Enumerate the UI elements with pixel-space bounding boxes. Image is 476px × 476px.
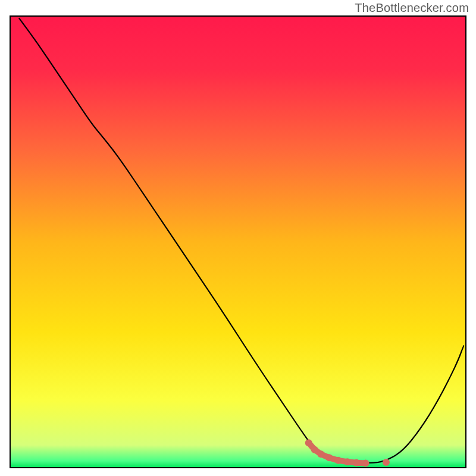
marker-dot bbox=[317, 450, 324, 458]
marker-dot bbox=[311, 446, 318, 453]
marker-dot bbox=[305, 439, 312, 446]
marker-dot bbox=[335, 457, 342, 464]
marker-dot bbox=[325, 454, 333, 461]
bottleneck-chart bbox=[0, 0, 476, 476]
marker-dot bbox=[362, 459, 369, 466]
marker-dot bbox=[353, 459, 360, 466]
marker-dot bbox=[344, 458, 351, 465]
chart-container: { "watermark": "TheBottlenecker.com", "c… bbox=[0, 0, 476, 476]
svg-rect-0 bbox=[10, 16, 466, 468]
marker-dot bbox=[383, 459, 390, 466]
